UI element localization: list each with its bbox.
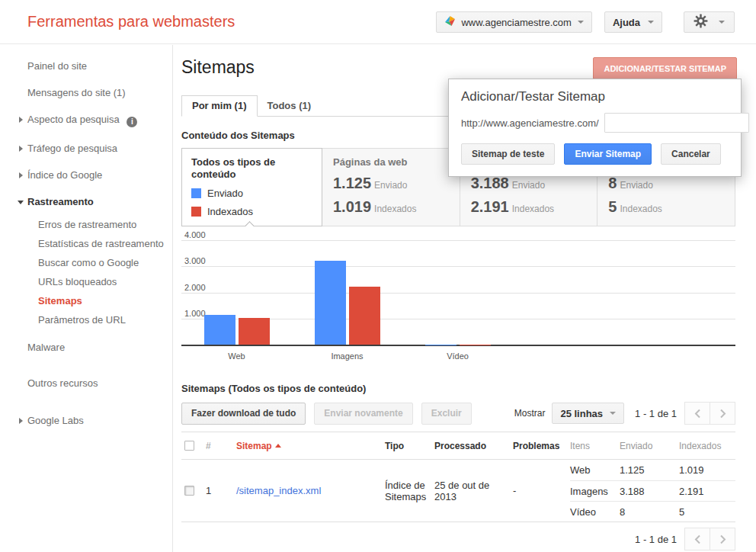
sitemap-path-input[interactable] — [604, 113, 749, 133]
site-favicon-icon — [444, 15, 456, 29]
chart-bar-indexados-web — [239, 318, 270, 345]
legend-label: Enviado — [207, 188, 243, 199]
subrow-web: Web 1.125 1.019 — [570, 460, 735, 480]
header-tipo[interactable]: Tipo — [385, 441, 434, 451]
submit-sitemap-button[interactable]: Enviar Sitemap — [564, 143, 652, 165]
next-page-button[interactable] — [710, 402, 735, 425]
header-processado[interactable]: Processado — [434, 441, 513, 451]
sidebar-navigation: Painel do site Mensagens do site (1) Asp… — [0, 45, 173, 552]
sidebar-item-mensagens-do-site[interactable]: Mensagens do site (1) — [0, 79, 172, 106]
item-indexados: 5 — [679, 506, 735, 518]
site-selector-dropdown[interactable]: www.agenciamestre.com — [436, 11, 592, 33]
header-problemas[interactable]: Problemas — [513, 441, 570, 451]
content-type-selector-all[interactable]: Todos os tipos de conteúdo Enviado Index… — [181, 148, 322, 226]
add-test-sitemap-popup: Adicionar/Testar Sitemap http://www.agen… — [448, 79, 742, 177]
item-name: Vídeo — [570, 506, 620, 518]
next-page-button[interactable] — [710, 528, 735, 550]
cancel-button[interactable]: Cancelar — [661, 143, 721, 165]
popup-url-row: http://www.agenciamestre.com/ — [461, 113, 729, 133]
sidebar-item-label: Mensagens do site (1) — [27, 87, 126, 98]
sitemaps-bar-chart: 1.0002.0003.0004.000 WebImagensVídeo — [181, 236, 735, 368]
prev-page-button[interactable] — [684, 528, 710, 550]
sidebar-item-indice-do-google[interactable]: Índice do Google — [0, 162, 172, 188]
sidebar-item-malware[interactable]: Malware — [0, 334, 172, 361]
sidebar-item-label: Estatísticas de rastreamento — [38, 238, 164, 249]
help-dropdown[interactable]: Ajuda — [604, 11, 662, 33]
prev-page-button[interactable] — [684, 402, 710, 425]
sidebar-item-outros-recursos[interactable]: Outros recursos — [0, 370, 172, 396]
test-sitemap-button[interactable]: Sitemap de teste — [461, 143, 555, 165]
indexed-count: 5 — [608, 198, 617, 215]
indexed-count: 2.191 — [471, 198, 509, 215]
header-itens[interactable]: Itens — [570, 441, 620, 451]
sent-label: Enviado — [620, 180, 652, 191]
chart-gridline — [181, 240, 735, 241]
item-indexados: 2.191 — [679, 486, 735, 497]
selected-tab-caret — [245, 221, 255, 231]
sitemaps-table: # Sitemap Tipo Processado Problemas Iten… — [181, 432, 735, 522]
chart-bar-enviado-web — [204, 315, 235, 345]
sent-count: 1.125 — [333, 175, 371, 191]
url-prefix-label: http://www.agenciamestre.com/ — [461, 117, 599, 129]
resend-button[interactable]: Enviar novamente — [314, 403, 412, 425]
sidebar-item-label: Erros de rastreamento — [38, 219, 136, 230]
page-size-dropdown[interactable]: 25 linhas — [552, 403, 624, 424]
chart-gridline — [181, 293, 735, 294]
sidebar-item-aspecto-da-pesquisa[interactable]: Aspecto da pesquisa i — [0, 106, 172, 135]
info-icon[interactable]: i — [127, 117, 137, 127]
sidebar-item-erros-de-rastreamento[interactable]: Erros de rastreamento — [0, 215, 172, 234]
content-type-web[interactable]: Páginas da web 1.125Enviado 1.019Indexad… — [322, 149, 460, 226]
row-checkbox[interactable] — [184, 486, 194, 496]
row-problemas: - — [513, 485, 570, 496]
subrow-video: Vídeo 8 5 — [570, 501, 735, 522]
sidebar-item-parametros-de-url[interactable]: Parâmetros de URL — [0, 310, 172, 329]
page-size-value: 25 linhas — [560, 408, 603, 419]
app-title: Ferramentas para webmasters — [27, 13, 235, 30]
collapse-arrow-icon — [18, 201, 24, 204]
help-label: Ajuda — [613, 17, 640, 28]
tab-por-mim[interactable]: Por mim (1) — [181, 95, 258, 117]
header-indexados[interactable]: Indexados — [679, 441, 735, 451]
item-name: Imagens — [570, 486, 620, 497]
sidebar-item-label: Índice do Google — [27, 169, 102, 181]
pagination-range: 1 - 1 de 1 — [635, 534, 677, 545]
delete-button[interactable]: Excluir — [421, 403, 472, 425]
sidebar-item-trafego-de-pesquisa[interactable]: Tráfego de pesquisa — [0, 135, 172, 162]
sitemap-link[interactable]: /sitemap_index.xml — [236, 485, 321, 496]
show-label: Mostrar — [514, 408, 546, 419]
expand-arrow-icon — [19, 146, 23, 152]
download-all-button[interactable]: Fazer download de tudo — [181, 403, 306, 425]
x-axis-category-label: Vídeo — [428, 351, 489, 361]
item-name: Web — [570, 464, 620, 476]
header-sitemap-sorted[interactable]: Sitemap — [236, 441, 385, 451]
sidebar-item-sitemaps-active[interactable]: Sitemaps — [0, 291, 172, 310]
sidebar-item-urls-bloqueados[interactable]: URLs bloqueados — [0, 272, 172, 291]
table-toolbar: Fazer download de tudo Enviar novamente … — [181, 402, 735, 425]
indexed-label: Indexados — [512, 204, 554, 214]
toolbar-right-controls: Mostrar 25 linhas 1 - 1 de 1 — [514, 402, 735, 425]
select-all-checkbox[interactable] — [184, 441, 194, 451]
sidebar-item-estatisticas-de-rastreamento[interactable]: Estatísticas de rastreamento — [0, 234, 172, 253]
sidebar-item-painel-do-site[interactable]: Painel do site — [0, 53, 172, 79]
tab-todos[interactable]: Todos (1) — [258, 96, 322, 116]
popup-buttons: Sitemap de teste Enviar Sitemap Cancelar — [461, 143, 729, 165]
sidebar-item-buscar-como-o-google[interactable]: Buscar como o Google — [0, 253, 172, 272]
pagination-range: 1 - 1 de 1 — [635, 408, 677, 419]
sidebar-item-label: Malware — [27, 342, 65, 353]
header-enviado[interactable]: Enviado — [620, 441, 679, 451]
expand-arrow-icon — [19, 172, 23, 178]
sidebar-item-rastreamento[interactable]: Rastreamento — [0, 188, 172, 215]
pagination-controls — [684, 528, 735, 550]
pagination-controls — [684, 402, 735, 425]
column-title: Páginas da web — [333, 156, 449, 168]
sidebar-item-label: Parâmetros de URL — [38, 314, 126, 326]
page-title: Sitemaps — [181, 57, 255, 78]
row-items-subtable: Web 1.125 1.019 Imagens 3.188 2.191 Víde… — [570, 460, 735, 522]
add-test-sitemap-button[interactable]: ADICIONAR/TESTAR SITEMAP — [593, 57, 737, 79]
sidebar-item-google-labs[interactable]: Google Labs — [0, 407, 172, 434]
sidebar-item-label: Painel do site — [27, 60, 87, 72]
popup-title: Adicionar/Testar Sitemap — [461, 89, 729, 104]
legend-item-indexados: Indexados — [191, 206, 312, 217]
settings-dropdown[interactable] — [684, 11, 735, 33]
chart-bar-enviado-imagens — [315, 261, 346, 345]
